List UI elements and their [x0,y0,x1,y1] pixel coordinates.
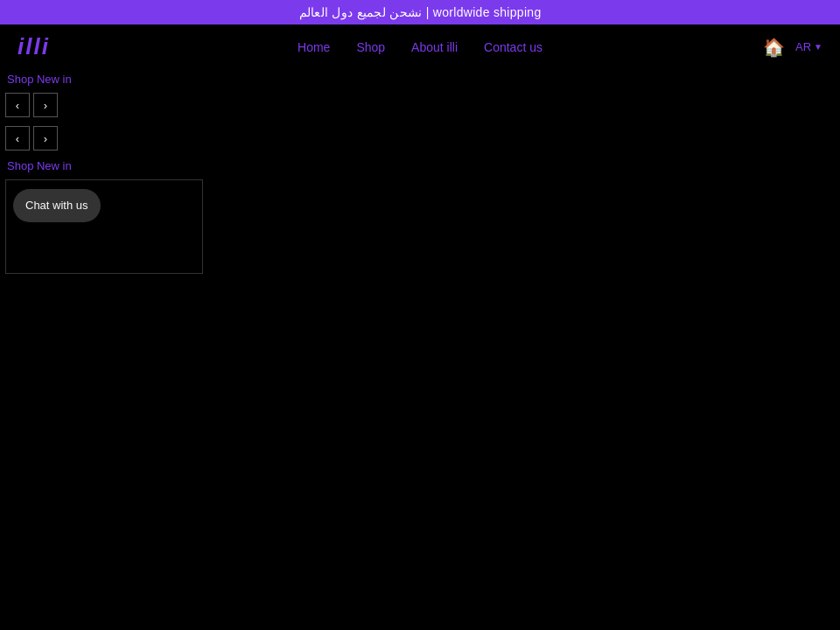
header: illi Home Shop About illi Contact us 🏠 A… [0,24,840,69]
carousel-prev-btn-1[interactable]: ‹ [5,93,30,117]
main-nav: Home Shop About illi Contact us [298,40,542,54]
chevron-down-icon: ▼ [814,42,822,52]
carousel-next-btn-2[interactable]: › [33,126,58,150]
shop-new-in-label: Shop New in [0,69,840,89]
language-selector[interactable]: AR ▼ [795,40,822,53]
top-banner: نشحن لجميع دول العالم | worldwide shippi… [0,0,840,24]
banner-text: نشحن لجميع دول العالم | worldwide shippi… [299,5,542,19]
carousel-next-btn-1[interactable]: › [33,93,58,117]
chat-with-us-button[interactable]: Chat with us [13,189,101,222]
carousel-prev-btn-2[interactable]: ‹ [5,126,30,150]
nav-home[interactable]: Home [298,40,330,54]
lang-label: AR [795,40,811,53]
nav-about[interactable]: About illi [411,40,458,54]
carousel-nav-2: ‹ › [0,122,840,154]
nav-shop[interactable]: Shop [356,40,385,54]
carousel-nav-1: ‹ › [0,89,840,121]
nav-contact[interactable]: Contact us [484,40,542,54]
header-right: 🏠 AR ▼ [763,37,822,58]
logo[interactable]: illi [18,33,50,60]
chat-section: Chat with us [5,179,203,274]
shop-new-in-label-2: Shop New in [0,156,840,176]
cart-icon[interactable]: 🏠 [763,37,785,58]
